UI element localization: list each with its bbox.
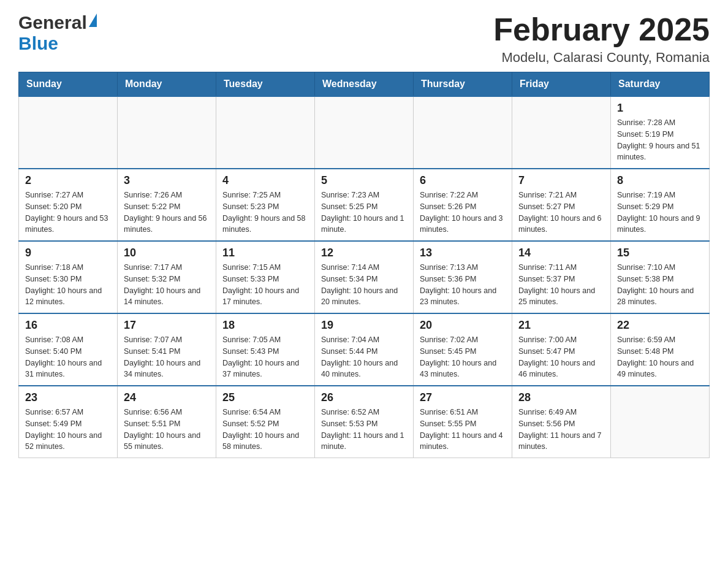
day-number: 5 xyxy=(321,174,407,187)
calendar-day-cell xyxy=(315,96,414,169)
day-number: 25 xyxy=(222,391,308,404)
day-number: 26 xyxy=(321,391,407,404)
day-number: 2 xyxy=(25,174,111,187)
day-info: Sunrise: 7:19 AM Sunset: 5:29 PM Dayligh… xyxy=(617,190,703,236)
day-number: 23 xyxy=(25,391,111,404)
day-number: 20 xyxy=(420,319,506,332)
day-number: 12 xyxy=(321,247,407,259)
calendar-day-header: Monday xyxy=(118,72,216,97)
day-number: 13 xyxy=(420,247,506,259)
calendar-day-cell: 15Sunrise: 7:10 AM Sunset: 5:38 PM Dayli… xyxy=(611,241,710,313)
day-info: Sunrise: 7:27 AM Sunset: 5:20 PM Dayligh… xyxy=(25,190,111,236)
calendar-day-cell: 16Sunrise: 7:08 AM Sunset: 5:40 PM Dayli… xyxy=(19,313,118,386)
calendar-subtitle: Modelu, Calarasi County, Romania xyxy=(493,50,710,66)
calendar-day-cell: 27Sunrise: 6:51 AM Sunset: 5:55 PM Dayli… xyxy=(414,386,512,458)
calendar-day-cell: 12Sunrise: 7:14 AM Sunset: 5:34 PM Dayli… xyxy=(315,241,414,313)
calendar-day-cell: 10Sunrise: 7:17 AM Sunset: 5:32 PM Dayli… xyxy=(118,241,216,313)
calendar-day-cell: 14Sunrise: 7:11 AM Sunset: 5:37 PM Dayli… xyxy=(512,241,611,313)
day-info: Sunrise: 6:59 AM Sunset: 5:48 PM Dayligh… xyxy=(617,334,703,380)
calendar-day-header: Wednesday xyxy=(315,72,414,97)
day-info: Sunrise: 6:52 AM Sunset: 5:53 PM Dayligh… xyxy=(321,407,407,453)
logo: General Blue xyxy=(18,12,97,54)
day-number: 7 xyxy=(518,174,604,187)
calendar-day-cell: 17Sunrise: 7:07 AM Sunset: 5:41 PM Dayli… xyxy=(118,313,216,386)
day-info: Sunrise: 7:18 AM Sunset: 5:30 PM Dayligh… xyxy=(25,262,111,308)
day-number: 9 xyxy=(25,247,111,259)
calendar-day-cell: 23Sunrise: 6:57 AM Sunset: 5:49 PM Dayli… xyxy=(19,386,118,458)
calendar-day-cell: 26Sunrise: 6:52 AM Sunset: 5:53 PM Dayli… xyxy=(315,386,414,458)
calendar-day-cell: 9Sunrise: 7:18 AM Sunset: 5:30 PM Daylig… xyxy=(19,241,118,313)
day-number: 19 xyxy=(321,319,407,332)
calendar-day-cell: 7Sunrise: 7:21 AM Sunset: 5:27 PM Daylig… xyxy=(512,169,611,241)
calendar-day-cell: 3Sunrise: 7:26 AM Sunset: 5:22 PM Daylig… xyxy=(118,169,216,241)
day-info: Sunrise: 7:15 AM Sunset: 5:33 PM Dayligh… xyxy=(222,262,308,308)
day-number: 24 xyxy=(124,391,210,404)
calendar-day-cell xyxy=(216,96,315,169)
calendar-day-cell xyxy=(512,96,611,169)
day-number: 27 xyxy=(420,391,506,404)
day-info: Sunrise: 7:14 AM Sunset: 5:34 PM Dayligh… xyxy=(321,262,407,308)
calendar-day-cell: 28Sunrise: 6:49 AM Sunset: 5:56 PM Dayli… xyxy=(512,386,611,458)
logo-general-text: General xyxy=(18,12,87,33)
page-header: General Blue February 2025 Modelu, Calar… xyxy=(18,12,710,66)
day-number: 15 xyxy=(617,247,703,259)
day-number: 8 xyxy=(617,174,703,187)
calendar-week-row: 23Sunrise: 6:57 AM Sunset: 5:49 PM Dayli… xyxy=(19,386,710,458)
day-info: Sunrise: 7:11 AM Sunset: 5:37 PM Dayligh… xyxy=(518,262,604,308)
day-number: 6 xyxy=(420,174,506,187)
calendar-day-cell xyxy=(414,96,512,169)
calendar-day-header: Saturday xyxy=(611,72,710,97)
calendar-day-header: Thursday xyxy=(414,72,512,97)
calendar-week-row: 16Sunrise: 7:08 AM Sunset: 5:40 PM Dayli… xyxy=(19,313,710,386)
day-info: Sunrise: 7:26 AM Sunset: 5:22 PM Dayligh… xyxy=(124,190,210,236)
day-info: Sunrise: 7:04 AM Sunset: 5:44 PM Dayligh… xyxy=(321,334,407,380)
day-info: Sunrise: 7:05 AM Sunset: 5:43 PM Dayligh… xyxy=(222,334,308,380)
day-number: 10 xyxy=(124,247,210,259)
day-info: Sunrise: 7:21 AM Sunset: 5:27 PM Dayligh… xyxy=(518,190,604,236)
calendar-day-cell xyxy=(118,96,216,169)
day-info: Sunrise: 7:22 AM Sunset: 5:26 PM Dayligh… xyxy=(420,190,506,236)
calendar-table: SundayMondayTuesdayWednesdayThursdayFrid… xyxy=(18,72,710,458)
day-info: Sunrise: 7:08 AM Sunset: 5:40 PM Dayligh… xyxy=(25,334,111,380)
day-number: 21 xyxy=(518,319,604,332)
calendar-day-header: Friday xyxy=(512,72,611,97)
calendar-day-cell xyxy=(19,96,118,169)
calendar-day-cell: 21Sunrise: 7:00 AM Sunset: 5:47 PM Dayli… xyxy=(512,313,611,386)
calendar-day-cell: 22Sunrise: 6:59 AM Sunset: 5:48 PM Dayli… xyxy=(611,313,710,386)
day-info: Sunrise: 7:23 AM Sunset: 5:25 PM Dayligh… xyxy=(321,190,407,236)
day-number: 4 xyxy=(222,174,308,187)
day-info: Sunrise: 7:25 AM Sunset: 5:23 PM Dayligh… xyxy=(222,190,308,236)
day-number: 22 xyxy=(617,319,703,332)
day-number: 17 xyxy=(124,319,210,332)
calendar-week-row: 9Sunrise: 7:18 AM Sunset: 5:30 PM Daylig… xyxy=(19,241,710,313)
title-block: February 2025 Modelu, Calarasi County, R… xyxy=(493,12,710,66)
day-info: Sunrise: 6:57 AM Sunset: 5:49 PM Dayligh… xyxy=(25,407,111,453)
calendar-day-cell: 19Sunrise: 7:04 AM Sunset: 5:44 PM Dayli… xyxy=(315,313,414,386)
day-number: 28 xyxy=(518,391,604,404)
calendar-week-row: 1Sunrise: 7:28 AM Sunset: 5:19 PM Daylig… xyxy=(19,96,710,169)
day-number: 16 xyxy=(25,319,111,332)
calendar-day-cell: 5Sunrise: 7:23 AM Sunset: 5:25 PM Daylig… xyxy=(315,169,414,241)
day-number: 18 xyxy=(222,319,308,332)
calendar-title: February 2025 xyxy=(493,12,710,47)
day-info: Sunrise: 7:17 AM Sunset: 5:32 PM Dayligh… xyxy=(124,262,210,308)
calendar-day-cell: 20Sunrise: 7:02 AM Sunset: 5:45 PM Dayli… xyxy=(414,313,512,386)
day-info: Sunrise: 6:49 AM Sunset: 5:56 PM Dayligh… xyxy=(518,407,604,453)
calendar-day-cell: 6Sunrise: 7:22 AM Sunset: 5:26 PM Daylig… xyxy=(414,169,512,241)
day-info: Sunrise: 7:07 AM Sunset: 5:41 PM Dayligh… xyxy=(124,334,210,380)
day-number: 1 xyxy=(617,102,703,115)
calendar-week-row: 2Sunrise: 7:27 AM Sunset: 5:20 PM Daylig… xyxy=(19,169,710,241)
calendar-day-cell: 18Sunrise: 7:05 AM Sunset: 5:43 PM Dayli… xyxy=(216,313,315,386)
calendar-day-cell: 1Sunrise: 7:28 AM Sunset: 5:19 PM Daylig… xyxy=(611,96,710,169)
calendar-day-cell: 2Sunrise: 7:27 AM Sunset: 5:20 PM Daylig… xyxy=(19,169,118,241)
day-info: Sunrise: 7:13 AM Sunset: 5:36 PM Dayligh… xyxy=(420,262,506,308)
day-info: Sunrise: 7:00 AM Sunset: 5:47 PM Dayligh… xyxy=(518,334,604,380)
calendar-day-header: Sunday xyxy=(19,72,118,97)
day-info: Sunrise: 6:56 AM Sunset: 5:51 PM Dayligh… xyxy=(124,407,210,453)
day-info: Sunrise: 6:54 AM Sunset: 5:52 PM Dayligh… xyxy=(222,407,308,453)
calendar-day-cell xyxy=(611,386,710,458)
calendar-day-cell: 4Sunrise: 7:25 AM Sunset: 5:23 PM Daylig… xyxy=(216,169,315,241)
day-number: 11 xyxy=(222,247,308,259)
day-info: Sunrise: 7:02 AM Sunset: 5:45 PM Dayligh… xyxy=(420,334,506,380)
day-info: Sunrise: 7:10 AM Sunset: 5:38 PM Dayligh… xyxy=(617,262,703,308)
